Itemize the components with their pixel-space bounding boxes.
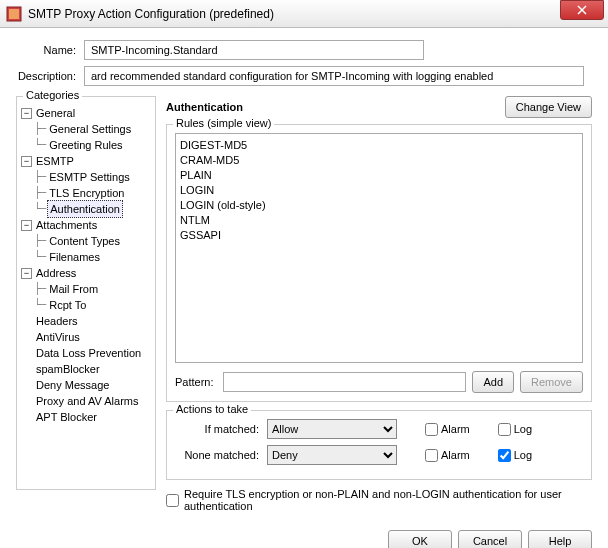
tree-rcpt-to[interactable]: Rcpt To <box>47 297 88 313</box>
tree-address[interactable]: Address <box>34 265 78 281</box>
name-label: Name: <box>16 44 76 56</box>
rules-legend: Rules (simple view) <box>173 117 274 129</box>
none-matched-alarm-cb[interactable]: Alarm <box>425 449 470 462</box>
collapse-icon[interactable]: − <box>21 156 32 167</box>
actions-fieldset: Actions to take If matched: Allow Alarm … <box>166 410 592 480</box>
tree-apt-blocker[interactable]: APT Blocker <box>34 409 99 425</box>
actions-legend: Actions to take <box>173 403 251 415</box>
tree-dlp[interactable]: Data Loss Prevention <box>34 345 143 361</box>
categories-tree: −General ├─General Settings └─Greeting R… <box>21 105 151 425</box>
change-view-button[interactable]: Change View <box>505 96 592 118</box>
tree-esmtp[interactable]: ESMTP <box>34 153 76 169</box>
window-title: SMTP Proxy Action Configuration (predefi… <box>28 7 560 21</box>
if-matched-alarm-cb[interactable]: Alarm <box>425 423 470 436</box>
tree-esmtp-settings[interactable]: ESMTP Settings <box>47 169 132 185</box>
svg-rect-1 <box>9 9 19 19</box>
tree-attachments[interactable]: Attachments <box>34 217 99 233</box>
if-matched-log-cb[interactable]: Log <box>498 423 532 436</box>
none-matched-log-cb[interactable]: Log <box>498 449 532 462</box>
close-icon <box>577 5 587 15</box>
categories-legend: Categories <box>23 89 82 101</box>
if-matched-select[interactable]: Allow <box>267 419 397 439</box>
categories-panel: Categories −General ├─General Settings └… <box>16 96 156 490</box>
rule-item[interactable]: NTLM <box>180 213 578 228</box>
tree-general-settings[interactable]: General Settings <box>47 121 133 137</box>
require-tls-label: Require TLS encryption or non-PLAIN and … <box>184 488 592 512</box>
tree-spamblocker[interactable]: spamBlocker <box>34 361 102 377</box>
tree-headers[interactable]: Headers <box>34 313 80 329</box>
collapse-icon[interactable]: − <box>21 220 32 231</box>
rule-item[interactable]: CRAM-MD5 <box>180 153 578 168</box>
if-matched-label: If matched: <box>175 423 259 435</box>
add-button[interactable]: Add <box>472 371 514 393</box>
description-field[interactable] <box>84 66 584 86</box>
tree-filenames[interactable]: Filenames <box>47 249 102 265</box>
rule-item[interactable]: DIGEST-MD5 <box>180 138 578 153</box>
tree-proxy-av-alarms[interactable]: Proxy and AV Alarms <box>34 393 141 409</box>
footer: OK Cancel Help <box>0 524 608 548</box>
help-button[interactable]: Help <box>528 530 592 548</box>
rules-list[interactable]: DIGEST-MD5 CRAM-MD5 PLAIN LOGIN LOGIN (o… <box>175 133 583 363</box>
tree-tls-encryption[interactable]: TLS Encryption <box>47 185 126 201</box>
rule-item[interactable]: PLAIN <box>180 168 578 183</box>
tree-greeting-rules[interactable]: Greeting Rules <box>47 137 124 153</box>
none-matched-label: None matched: <box>175 449 259 461</box>
rule-item[interactable]: LOGIN <box>180 183 578 198</box>
tree-content-types[interactable]: Content Types <box>47 233 122 249</box>
description-label: Description: <box>16 70 76 82</box>
pattern-input[interactable] <box>223 372 466 392</box>
tree-general[interactable]: General <box>34 105 77 121</box>
require-tls-checkbox[interactable] <box>166 494 179 507</box>
none-matched-select[interactable]: Deny <box>267 445 397 465</box>
ok-button[interactable]: OK <box>388 530 452 548</box>
collapse-icon[interactable]: − <box>21 268 32 279</box>
tree-mail-from[interactable]: Mail From <box>47 281 100 297</box>
cancel-button[interactable]: Cancel <box>458 530 522 548</box>
tree-antivirus[interactable]: AntiVirus <box>34 329 82 345</box>
rule-item[interactable]: LOGIN (old-style) <box>180 198 578 213</box>
tree-authentication[interactable]: Authentication <box>47 200 123 218</box>
tree-deny-message[interactable]: Deny Message <box>34 377 111 393</box>
app-icon <box>6 6 22 22</box>
name-field[interactable] <box>84 40 424 60</box>
collapse-icon[interactable]: − <box>21 108 32 119</box>
panel-title: Authentication <box>166 101 505 113</box>
titlebar: SMTP Proxy Action Configuration (predefi… <box>0 0 608 28</box>
close-button[interactable] <box>560 0 604 20</box>
pattern-label: Pattern: <box>175 376 217 388</box>
remove-button[interactable]: Remove <box>520 371 583 393</box>
rules-fieldset: Rules (simple view) DIGEST-MD5 CRAM-MD5 … <box>166 124 592 402</box>
rule-item[interactable]: GSSAPI <box>180 228 578 243</box>
right-pane: Authentication Change View Rules (simple… <box>166 96 592 516</box>
